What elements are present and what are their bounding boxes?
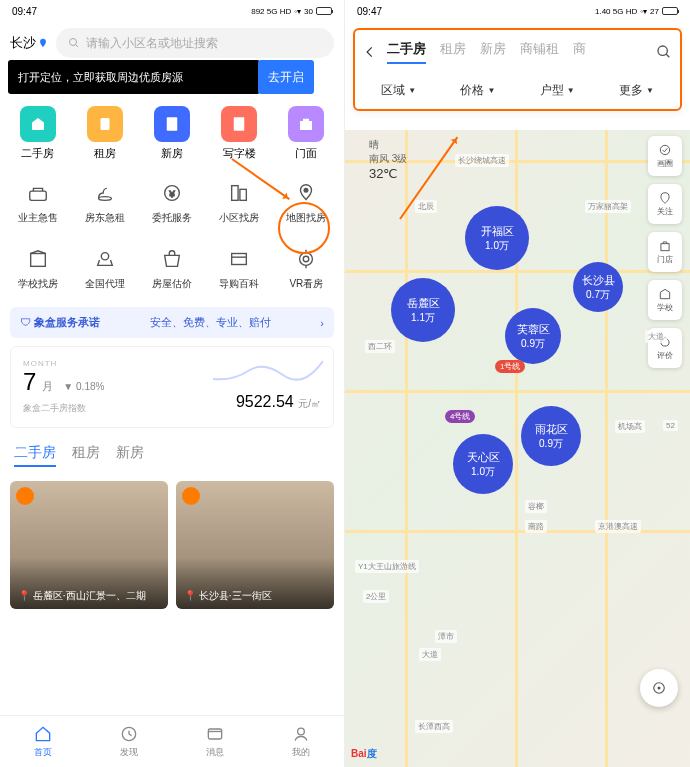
service-promise-banner[interactable]: 🛡 象盒服务承诺 安全、免费、专业、赔付 › — [10, 307, 334, 338]
nav-导购百科[interactable]: 导购百科 — [206, 245, 273, 291]
map-tab-商[interactable]: 商 — [573, 40, 586, 64]
nav-icon — [225, 179, 253, 207]
map-tab-租房[interactable]: 租房 — [440, 40, 466, 64]
filter-价格[interactable]: 价格 ▼ — [438, 82, 517, 99]
svg-point-22 — [658, 46, 667, 55]
map-label: 52 — [663, 420, 678, 431]
filter-更多[interactable]: 更多 ▼ — [597, 82, 676, 99]
map-tool-学校[interactable]: 学校 — [648, 280, 682, 320]
district-bubble-雨花区[interactable]: 雨花区 0.9万 — [521, 406, 581, 466]
status-right: 1.40 5G HD ◦▾ 27 — [595, 7, 678, 16]
nav-发现[interactable]: 发现 — [86, 716, 172, 767]
map-label: 容榔 — [525, 500, 547, 513]
map-tool-关注[interactable]: 关注 — [648, 184, 682, 224]
nav-我的[interactable]: 我的 — [258, 716, 344, 767]
wifi-icon: ◦▾ — [640, 7, 647, 16]
map-label: 长沙绕城高速 — [455, 154, 509, 167]
nav-VR看房[interactable]: VR看房 — [273, 245, 340, 291]
district-bubble-岳麓区[interactable]: 岳麓区 1.1万 — [391, 278, 455, 342]
nav-学校找房[interactable]: 学校找房 — [4, 245, 71, 291]
crosshair-icon — [650, 679, 668, 697]
battery-icon — [662, 7, 678, 15]
nav-房东急租[interactable]: 房东急租 — [71, 179, 138, 225]
filter-区域[interactable]: 区域 ▼ — [359, 82, 438, 99]
nav-icon — [119, 724, 139, 744]
back-icon[interactable] — [363, 45, 377, 59]
search-icon[interactable] — [656, 44, 672, 60]
nav-icon — [158, 245, 186, 273]
nav-icon — [292, 179, 320, 207]
hot-icon — [16, 487, 34, 505]
nav-房屋估价[interactable]: 房屋估价 — [138, 245, 205, 291]
map-tool-画圈[interactable]: 画圈 — [648, 136, 682, 176]
map-label: 大道 — [419, 648, 441, 661]
district-bubble-天心区[interactable]: 天心区 1.0万 — [453, 434, 513, 494]
nav-全国代理[interactable]: 全国代理 — [71, 245, 138, 291]
chevron-down-icon: ▼ — [567, 86, 575, 95]
category-二手房[interactable]: 二手房 — [4, 106, 71, 161]
chevron-down-icon: ▼ — [646, 86, 654, 95]
tab-二手房[interactable]: 二手房 — [14, 444, 56, 467]
map-canvas[interactable]: 晴 南风 3级 32℃ 画圈 关注 门店 学校 评价 Bai度 开福区 1.0万… — [345, 130, 690, 767]
price-index-card[interactable]: MONTH 7 月 ▼ 0.18% 9522.54 元/㎡ 象盒二手房指数 — [10, 346, 334, 428]
district-bubble-长沙县[interactable]: 长沙县 0.7万 — [573, 262, 623, 312]
listing-card[interactable]: 📍 长沙县·三一街区 — [176, 481, 334, 609]
tool-icon — [658, 143, 672, 157]
nav-icon — [225, 245, 253, 273]
svg-line-23 — [666, 54, 669, 57]
svg-rect-3 — [167, 117, 178, 131]
nav-业主急售[interactable]: 业主急售 — [4, 179, 71, 225]
nav-icon — [24, 245, 52, 273]
map-label: 机场高 — [615, 420, 645, 433]
location-banner: 打开定位，立即获取周边优质房源 — [8, 60, 260, 94]
category-icon — [288, 106, 324, 142]
nav-委托服务[interactable]: ¥ 委托服务 — [138, 179, 205, 225]
map-tab-商铺租[interactable]: 商铺租 — [520, 40, 559, 64]
svg-point-15 — [101, 253, 108, 260]
chevron-right-icon: › — [320, 317, 324, 329]
nav-首页[interactable]: 首页 — [0, 716, 86, 767]
map-top-card: 二手房租房新房商铺租商 区域 ▼价格 ▼户型 ▼更多 ▼ — [353, 28, 682, 111]
hot-icon — [182, 487, 200, 505]
listings-row: 📍 岳麓区·西山汇景一、二期 📍 长沙县·三一街区 — [0, 475, 344, 615]
search-input[interactable]: 请输入小区名或地址搜索 — [56, 28, 334, 58]
category-icon — [154, 106, 190, 142]
map-tool-门店[interactable]: 门店 — [648, 232, 682, 272]
locate-me-button[interactable] — [640, 669, 678, 707]
map-tab-二手房[interactable]: 二手房 — [387, 40, 426, 64]
category-新房[interactable]: 新房 — [138, 106, 205, 161]
right-phone: 09:47 1.40 5G HD ◦▾ 27 二手房租房新房商铺租商 区域 ▼价… — [345, 0, 690, 767]
map-label: 南路 — [525, 520, 547, 533]
nav-icon — [91, 179, 119, 207]
nav-消息[interactable]: 消息 — [172, 716, 258, 767]
svg-text:¥: ¥ — [168, 189, 175, 199]
category-门面[interactable]: 门面 — [273, 106, 340, 161]
listing-card[interactable]: 📍 岳麓区·西山汇景一、二期 — [10, 481, 168, 609]
wifi-icon: ◦▾ — [294, 7, 301, 16]
map-label: 潭市 — [435, 630, 457, 643]
tab-租房[interactable]: 租房 — [72, 444, 100, 467]
category-写字楼[interactable]: 写字楼 — [206, 106, 273, 161]
tab-新房[interactable]: 新房 — [116, 444, 144, 467]
nav-地图找房[interactable]: 地图找房 — [273, 179, 340, 225]
svg-line-1 — [76, 45, 79, 48]
tool-icon — [658, 287, 672, 301]
tool-icon — [658, 239, 672, 253]
nav-icon — [91, 245, 119, 273]
bottom-nav: 首页 发现 消息 我的 — [0, 715, 344, 767]
svg-point-24 — [660, 145, 669, 154]
map-label: Y1大王山旅游线 — [355, 560, 419, 573]
svg-point-13 — [305, 188, 309, 192]
district-bubble-开福区[interactable]: 开福区 1.0万 — [465, 206, 529, 270]
listing-type-tabs: 二手房租房新房 — [0, 436, 344, 475]
map-tab-新房[interactable]: 新房 — [480, 40, 506, 64]
city-picker[interactable]: 长沙 — [10, 34, 48, 52]
enable-location-button[interactable]: 去开启 — [258, 60, 314, 94]
filter-row: 区域 ▼价格 ▼户型 ▼更多 ▼ — [355, 74, 680, 109]
secondary-row-1: 业主急售 房东急租 ¥ 委托服务 小区找房 地图找房 — [0, 169, 344, 235]
map-label: 西二环 — [365, 340, 395, 353]
nav-小区找房[interactable]: 小区找房 — [206, 179, 273, 225]
category-租房[interactable]: 租房 — [71, 106, 138, 161]
district-bubble-芙蓉区[interactable]: 芙蓉区 0.9万 — [505, 308, 561, 364]
filter-户型[interactable]: 户型 ▼ — [518, 82, 597, 99]
